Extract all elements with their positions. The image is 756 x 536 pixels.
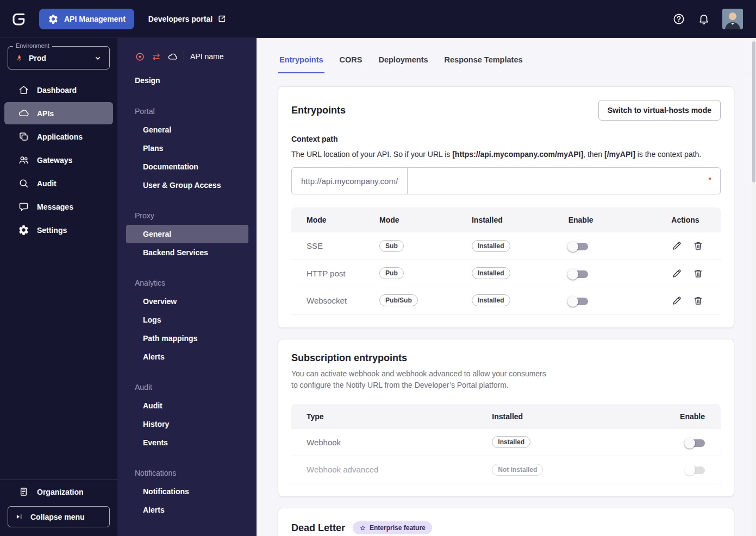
api-menu-history[interactable]: History: [126, 415, 248, 433]
help-icon[interactable]: [672, 12, 685, 26]
collapse-menu-button[interactable]: Collapse menu: [8, 506, 110, 527]
tab-deployments[interactable]: Deployments: [377, 53, 429, 73]
context-path-prefix: http://api.mycompany.com/: [292, 168, 408, 194]
webhook-advanced-enable-toggle: [685, 466, 705, 474]
api-management-button[interactable]: API Management: [39, 9, 134, 29]
api-header: API name: [118, 51, 257, 62]
api-name: API name: [190, 52, 223, 61]
table-row-webhook-advanced: Webhook advanced Not installed: [291, 456, 721, 483]
entrypoints-card: Entrypoints Switch to virtual-hosts mode…: [278, 86, 734, 328]
api-menu-plans[interactable]: Plans: [126, 139, 248, 157]
sidebar-item-gateways[interactable]: Gateways: [4, 149, 113, 171]
switch-virtual-hosts-button[interactable]: Switch to virtual-hosts mode: [598, 100, 721, 121]
api-menu-documentation[interactable]: Documentation: [126, 157, 248, 176]
column-header-enable: Enable: [562, 207, 665, 232]
section-title-portal: Portal: [118, 102, 257, 121]
edit-icon[interactable]: [671, 268, 683, 279]
api-menu-path-mappings[interactable]: Path mappings: [126, 329, 248, 348]
api-menu-portal-general[interactable]: General: [126, 121, 248, 139]
subscription-description: You can activate webhook and webhook adv…: [291, 368, 552, 391]
gear-icon: [18, 224, 29, 236]
installed-chip: Installed: [472, 294, 510, 306]
tab-response-templates[interactable]: Response Templates: [443, 53, 524, 73]
sidebar-item-label: Gateways: [37, 156, 72, 165]
sidebar-item-label: Dashboard: [37, 86, 77, 94]
api-menu-events[interactable]: Events: [126, 433, 248, 452]
api-menu-logs[interactable]: Logs: [126, 311, 248, 329]
api-menu-notifications[interactable]: Notifications: [126, 482, 248, 501]
websocket-enable-toggle[interactable]: [568, 298, 588, 305]
context-path-label: Context path: [291, 135, 721, 143]
collapse-menu-label: Collapse menu: [30, 513, 85, 521]
sidebar-item-apis[interactable]: APIs: [4, 102, 113, 124]
sidebar-item-settings[interactable]: Settings: [4, 219, 113, 241]
api-menu-proxy-general[interactable]: General: [126, 225, 248, 243]
cloud-icon: [18, 108, 29, 119]
subscription-type: Webhook advanced: [291, 456, 485, 483]
notifications-bell-icon[interactable]: [697, 12, 710, 26]
external-link-icon: [217, 14, 227, 23]
chevron-down-icon: [93, 53, 103, 63]
sidebar-item-applications[interactable]: Applications: [4, 125, 113, 148]
delete-icon[interactable]: [692, 240, 704, 251]
edit-icon[interactable]: [671, 295, 683, 306]
context-path-input-group: http://api.mycompany.com/ *: [291, 167, 721, 194]
gear-icon: [48, 14, 59, 24]
api-menu-notifications-alerts[interactable]: Alerts: [126, 501, 248, 519]
user-avatar[interactable]: [722, 9, 743, 29]
column-header-installed: Installed: [485, 404, 673, 429]
api-menu-analytics-alerts[interactable]: Alerts: [126, 348, 248, 366]
http-post-enable-toggle[interactable]: [568, 270, 588, 278]
dead-letter-title: Dead Letter: [291, 522, 345, 534]
entrypoints-title: Entrypoints: [291, 105, 346, 116]
sidebar-item-audit[interactable]: Audit: [4, 172, 113, 194]
subscription-entrypoints-card: Subscription entrypoints You can activat…: [278, 339, 734, 497]
developers-portal-link[interactable]: Developers portal: [148, 14, 227, 23]
sidebar-item-messages[interactable]: Messages: [4, 196, 113, 218]
sse-enable-toggle[interactable]: [568, 243, 588, 250]
copy-icon: [18, 131, 29, 142]
installed-chip: Installed: [492, 436, 530, 448]
sync-arrows-icon[interactable]: [151, 52, 161, 62]
scrollbar-thumb[interactable]: [752, 41, 755, 182]
environment-select[interactable]: Environment Prod: [8, 46, 110, 70]
sidebar-item-label: APIs: [37, 109, 54, 118]
tab-cors[interactable]: CORS: [339, 53, 364, 73]
desc-text: The URL location of your API. So if your…: [291, 150, 452, 159]
stop-api-icon[interactable]: [135, 52, 145, 62]
developers-portal-label: Developers portal: [148, 15, 213, 23]
api-management-label: API Management: [64, 15, 126, 23]
edit-icon[interactable]: [671, 240, 683, 251]
enterprise-feature-badge: Enterprise feature: [353, 521, 432, 534]
main-content: Entrypoints CORS Deployments Response Te…: [257, 38, 756, 536]
scrollbar[interactable]: [752, 38, 756, 536]
chat-icon: [18, 201, 29, 212]
delete-icon[interactable]: [692, 268, 704, 279]
entrypoints-table: Mode Mode Installed Enable Actions SSE S…: [291, 207, 721, 314]
deploy-cloud-icon[interactable]: [167, 52, 178, 62]
search-icon: [18, 178, 29, 189]
delete-icon[interactable]: [692, 295, 704, 306]
api-sidebar: API name Design Portal General Plans Doc…: [118, 38, 257, 536]
api-menu-overview[interactable]: Overview: [126, 292, 248, 311]
api-menu-backend-services[interactable]: Backend Services: [126, 243, 248, 262]
api-menu-user-group-access[interactable]: User & Group Access: [126, 176, 248, 194]
desc-text: , then: [583, 150, 604, 159]
organization-icon: [18, 486, 29, 497]
api-menu-design[interactable]: Design: [118, 71, 257, 90]
tab-entrypoints[interactable]: Entrypoints: [278, 53, 324, 73]
dead-letter-card: Dead Letter Enterprise feature Define th…: [278, 508, 734, 536]
api-menu-audit[interactable]: Audit: [126, 396, 248, 415]
context-path-input[interactable]: [408, 168, 720, 194]
table-row-websocket: Websocket Pub/Sub Installed: [291, 287, 721, 314]
rocket-icon: [15, 54, 24, 63]
section-title-proxy: Proxy: [118, 206, 257, 225]
sidebar-item-organization[interactable]: Organization: [4, 481, 113, 503]
sidebar-item-label: Settings: [37, 226, 67, 235]
webhook-enable-toggle[interactable]: [685, 439, 705, 447]
sidebar-item-label: Messages: [37, 203, 73, 211]
divider: [0, 480, 117, 480]
sidebar-item-label: Organization: [37, 488, 84, 496]
entrypoint-name: SSE: [291, 232, 373, 260]
sidebar-item-dashboard[interactable]: Dashboard: [4, 79, 113, 101]
